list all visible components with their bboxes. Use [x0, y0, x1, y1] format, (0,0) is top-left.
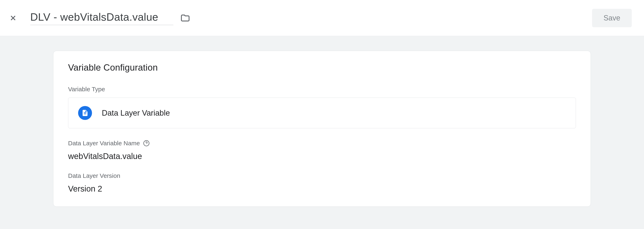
- variable-name-field: Data Layer Variable Name webVitalsData.v…: [68, 140, 576, 161]
- variable-name-input[interactable]: [30, 11, 173, 25]
- variable-configuration-card: Variable Configuration Variable Type Dat…: [53, 51, 591, 207]
- card-title: Variable Configuration: [68, 62, 576, 73]
- variable-name-value: webVitalsData.value: [68, 152, 576, 161]
- data-layer-version-label: Data Layer Version: [68, 172, 576, 179]
- data-layer-version-field: Data Layer Version Version 2: [68, 172, 576, 193]
- header-bar: Save: [0, 0, 644, 36]
- content-area: Variable Configuration Variable Type Dat…: [0, 36, 644, 229]
- variable-name-label: Data Layer Variable Name: [68, 140, 576, 147]
- help-icon[interactable]: [143, 140, 150, 146]
- close-icon[interactable]: [8, 13, 18, 23]
- data-layer-version-value: Version 2: [68, 184, 576, 193]
- save-button[interactable]: Save: [592, 9, 632, 27]
- variable-type-selector[interactable]: Data Layer Variable: [68, 98, 576, 128]
- data-layer-variable-icon: [78, 106, 92, 120]
- folder-icon[interactable]: [180, 13, 190, 23]
- variable-type-value: Data Layer Variable: [102, 109, 170, 117]
- variable-type-label: Variable Type: [68, 86, 576, 93]
